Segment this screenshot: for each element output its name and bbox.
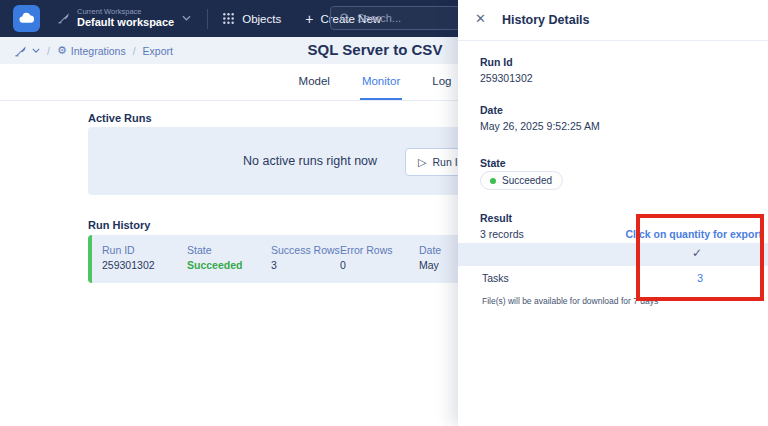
tab-log[interactable]: Log (430, 64, 453, 100)
tab-monitor[interactable]: Monitor (360, 64, 402, 100)
search-icon (339, 12, 351, 24)
close-icon[interactable]: ✕ (475, 11, 486, 26)
export-column-header: Click on quantity for export (625, 228, 762, 240)
result-field-label: Result (480, 212, 512, 224)
tasks-row-label: Tasks (482, 272, 509, 284)
column-header-state: State (187, 243, 242, 258)
app-window: Current Workspace Default workspace Obje… (0, 0, 768, 426)
tasks-quantity-link[interactable]: 3 (697, 272, 703, 284)
records-count: 3 records (480, 228, 524, 240)
state-field-label: State (480, 157, 506, 169)
objects-label: Objects (242, 13, 281, 25)
panel-title: History Details (502, 13, 590, 27)
workspace-name: Default workspace (77, 16, 174, 29)
plus-icon: + (305, 11, 313, 27)
run-id-field-value: 259301302 (480, 72, 533, 84)
cloud-icon (18, 10, 35, 27)
status-badge-label: Succeeded (502, 175, 552, 186)
windsock-icon (57, 11, 71, 25)
result-highlight-row: ✓ (458, 243, 768, 266)
tab-model[interactable]: Model (297, 64, 332, 100)
no-active-runs-text: No active runs right now (243, 154, 377, 168)
active-runs-heading: Active Runs (88, 112, 152, 124)
run-id-field-label: Run Id (480, 56, 513, 68)
check-icon: ✓ (692, 246, 702, 260)
date-field-value: May 26, 2025 9:52:25 AM (480, 120, 600, 132)
run-history-heading: Run History (88, 219, 150, 231)
state-value: Succeeded (187, 258, 242, 273)
column-header-error-rows: Error Rows (340, 243, 393, 258)
column-header-run-id: Run ID (102, 243, 155, 258)
grid-icon (222, 12, 235, 25)
play-icon: ▷ (418, 156, 426, 169)
chevron-down-icon (182, 15, 191, 21)
date-value: May (419, 258, 441, 273)
objects-menu-button[interactable]: Objects (222, 12, 281, 25)
panel-divider (458, 40, 768, 41)
column-header-date: Date (419, 243, 441, 258)
download-footnote: File(s) will be available for download f… (482, 296, 658, 306)
date-field-label: Date (480, 104, 503, 116)
column-header-success-rows: Success Rows (271, 243, 340, 258)
workspace-caption: Current Workspace (77, 8, 174, 17)
error-rows-value: 0 (340, 258, 393, 273)
status-badge: Succeeded (480, 171, 563, 190)
success-rows-value: 3 (271, 258, 340, 273)
app-logo[interactable] (13, 5, 40, 32)
history-details-panel: ✕ History Details Run Id 259301302 Date … (458, 0, 768, 426)
run-id-value: 259301302 (102, 258, 155, 273)
header-divider (207, 9, 208, 29)
workspace-selector[interactable]: Current Workspace Default workspace (57, 8, 191, 29)
green-dot-icon (490, 178, 496, 184)
